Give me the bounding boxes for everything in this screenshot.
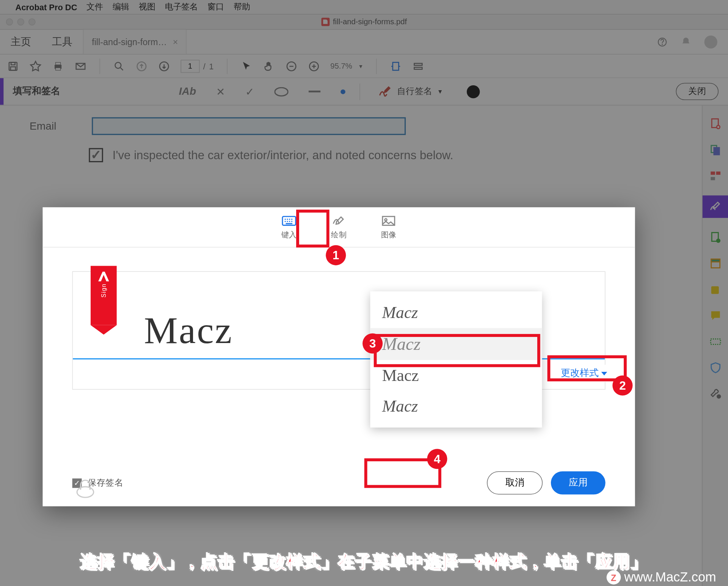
signature-dialog: 键入 绘制 图像 Sign Macz 更改样式 ✓ 保存签名 xyxy=(42,207,635,506)
svg-point-35 xyxy=(77,487,94,497)
style-option-4[interactable]: Macz xyxy=(370,391,542,421)
style-option-2[interactable]: Macz xyxy=(370,328,542,360)
lock-icon xyxy=(75,474,96,499)
watermark: Z www.MacZ.com xyxy=(606,570,716,585)
svg-point-34 xyxy=(385,218,387,221)
ribbon-label: Sign xyxy=(100,284,107,298)
watermark-icon: Z xyxy=(606,570,620,584)
style-option-3[interactable]: Macz xyxy=(370,360,542,391)
tab-image[interactable]: 图像 xyxy=(376,212,401,243)
tab-draw-label: 绘制 xyxy=(331,229,347,240)
tab-draw[interactable]: 绘制 xyxy=(326,212,351,243)
adobe-sign-ribbon: Sign xyxy=(91,266,117,325)
apply-button[interactable]: 应用 xyxy=(551,472,606,495)
style-dropdown: Macz Macz Macz Macz xyxy=(370,291,542,428)
tab-type-label: 键入 xyxy=(281,229,297,240)
dialog-tabs: 键入 绘制 图像 xyxy=(42,207,635,248)
cancel-button[interactable]: 取消 xyxy=(487,472,543,495)
change-style-button[interactable]: 更改样式 xyxy=(556,365,612,382)
signature-text: Macz xyxy=(144,309,233,353)
tab-type[interactable]: 键入 xyxy=(277,212,302,243)
style-option-1[interactable]: Macz xyxy=(370,297,542,328)
tab-image-label: 图像 xyxy=(381,229,397,240)
